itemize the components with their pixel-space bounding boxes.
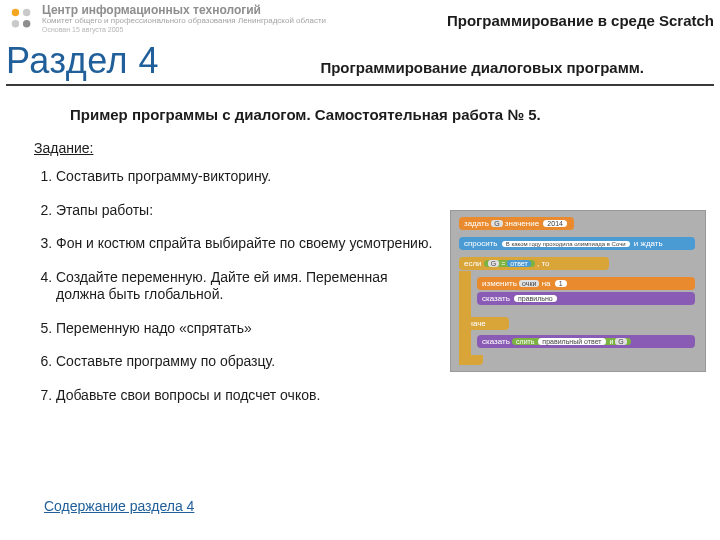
back-link[interactable]: Содержание раздела 4 (44, 498, 194, 514)
brand: Центр информационных технологий Комитет … (8, 4, 326, 34)
block-ask: спросить В каком году проходила олимпиад… (459, 237, 695, 250)
section-subtitle: Программирование диалоговых программ. (320, 59, 644, 76)
list-item: Создайте переменную. Дайте ей имя. Перем… (56, 269, 434, 304)
svg-point-3 (23, 20, 30, 27)
list-item: Переменную надо «спрятать» (56, 320, 434, 338)
content-title: Пример программы с диалогом. Самостоятел… (70, 106, 541, 123)
section-header: Раздел 4 Программирование диалоговых про… (6, 40, 714, 86)
brand-subtitle: Комитет общего и профессионального образ… (42, 17, 326, 26)
svg-point-2 (12, 20, 19, 27)
block-say-join: сказать слить правильный ответ и G (477, 335, 695, 348)
scratch-code-panel: задать G значение 2014 спросить В каком … (450, 210, 706, 372)
if-spine (459, 271, 471, 365)
block-if: если G = ответ , то (459, 257, 609, 270)
logo-icon (8, 5, 36, 33)
list-item: Этапы работы: (56, 202, 434, 220)
brand-date: Основан 15 августа 2005 (42, 26, 326, 34)
task-label: Задание: (34, 140, 93, 156)
svg-point-0 (12, 9, 19, 16)
course-title: Программирование в среде Scratch (447, 12, 714, 29)
list-item: Составьте программу по образцу. (56, 353, 434, 371)
section-number: Раздел 4 (6, 40, 159, 82)
block-say: сказать правильно (477, 292, 695, 305)
svg-point-1 (23, 9, 30, 16)
block-change-var: изменить очки на 1 (477, 277, 695, 290)
list-item: Добавьте свои вопросы и подсчет очков. (56, 387, 434, 405)
block-set-var: задать G значение 2014 (459, 217, 574, 230)
list-item: Фон и костюм спрайта выбирайте по своему… (56, 235, 434, 253)
task-list: Составить программу-викторину. Этапы раб… (34, 168, 434, 420)
list-item: Составить программу-викторину. (56, 168, 434, 186)
